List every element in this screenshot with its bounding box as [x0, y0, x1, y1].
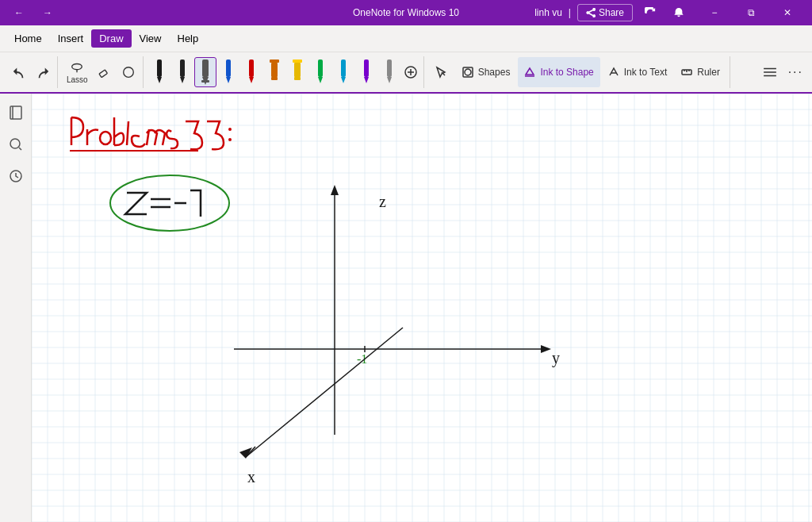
svg-marker-22	[341, 77, 346, 83]
menu-draw[interactable]: Draw	[91, 29, 131, 48]
sync-button[interactable]	[639, 0, 661, 25]
pen-active[interactable]	[194, 57, 216, 87]
ruler-button[interactable]: Ruler	[675, 57, 726, 87]
pen-orange[interactable]	[263, 57, 285, 87]
sidebar-search[interactable]	[3, 132, 29, 157]
pen-green[interactable]	[309, 57, 331, 87]
maximize-button[interactable]: ⧉	[733, 0, 769, 25]
svg-rect-15	[270, 59, 279, 63]
ink-tools-group: Shapes Ink to Shape Ink to Text Ruler	[426, 56, 730, 88]
bell-button[interactable]	[668, 0, 690, 25]
svg-marker-3	[157, 77, 162, 83]
menu-view[interactable]: View	[132, 29, 170, 48]
svg-marker-20	[318, 77, 323, 83]
ink-select-button[interactable]	[429, 57, 454, 87]
svg-rect-31	[10, 106, 21, 119]
menu-home[interactable]: Home	[6, 29, 50, 48]
immersive-button[interactable]	[759, 57, 781, 87]
shapes-button[interactable]: Shapes	[456, 57, 517, 87]
lasso-button[interactable]: Lasso	[63, 57, 92, 87]
pen-purple[interactable]	[355, 57, 377, 87]
note-canvas[interactable]: z y -1 x	[32, 94, 812, 522]
back-button[interactable]: ←	[6, 0, 32, 25]
svg-rect-18	[293, 59, 302, 63]
add-tool-button[interactable]	[117, 57, 140, 87]
svg-rect-14	[271, 77, 278, 80]
pen-gray[interactable]	[378, 57, 400, 87]
sidebar	[0, 94, 32, 522]
svg-marker-26	[387, 77, 392, 83]
app-title: OneNote for Windows 10	[353, 7, 459, 18]
sidebar-history[interactable]	[3, 163, 29, 189]
pen-cyan[interactable]	[332, 57, 354, 87]
svg-marker-5	[180, 77, 185, 83]
svg-rect-2	[157, 59, 162, 77]
menu-bar: Home Insert Draw View Help	[0, 25, 812, 52]
selection-group: Lasso	[59, 56, 144, 88]
pen-yellow[interactable]	[286, 57, 308, 87]
window-controls: − ⧉ ✕	[696, 0, 806, 25]
undo-button[interactable]	[8, 57, 30, 87]
svg-rect-8	[201, 80, 209, 83]
svg-marker-12	[249, 77, 254, 83]
user-name: linh vu	[534, 7, 562, 18]
svg-rect-11	[249, 59, 254, 77]
ink-to-shape-button[interactable]: Ink to Shape	[518, 57, 599, 87]
title-bar: ← → OneNote for Windows 10 linh vu | Sha…	[0, 0, 812, 25]
menu-help[interactable]: Help	[170, 29, 207, 48]
svg-rect-23	[364, 59, 369, 77]
pen-blue[interactable]	[217, 57, 239, 87]
pen-black[interactable]	[148, 57, 170, 87]
grid-background	[32, 94, 812, 522]
ink-to-text-button[interactable]: Ink to Text	[602, 57, 673, 87]
svg-marker-24	[364, 77, 369, 83]
pen-dark[interactable]	[171, 57, 193, 87]
forward-button[interactable]: →	[35, 0, 60, 25]
undo-redo-group	[5, 56, 58, 88]
toolbar: Lasso	[0, 52, 812, 94]
redo-button[interactable]	[32, 57, 54, 87]
svg-point-1	[123, 67, 133, 78]
svg-rect-6	[202, 59, 209, 77]
svg-rect-0	[99, 70, 107, 78]
svg-point-32	[10, 139, 20, 148]
share-button[interactable]: Share	[577, 4, 633, 21]
svg-rect-21	[341, 59, 346, 77]
pens-group	[145, 56, 424, 88]
pen-red[interactable]	[240, 57, 262, 87]
svg-marker-10	[226, 77, 231, 83]
eraser-button[interactable]	[94, 57, 116, 87]
svg-rect-17	[294, 77, 301, 80]
close-button[interactable]: ✕	[769, 0, 806, 25]
sidebar-notebooks[interactable]	[3, 100, 29, 125]
svg-rect-9	[226, 59, 231, 77]
svg-rect-13	[271, 63, 278, 77]
svg-rect-25	[387, 59, 392, 77]
svg-rect-19	[318, 59, 323, 77]
svg-point-29	[465, 69, 471, 75]
svg-rect-16	[294, 63, 301, 77]
add-pen-button[interactable]	[401, 57, 420, 87]
menu-insert[interactable]: Insert	[50, 29, 92, 48]
more-button[interactable]: ···	[784, 57, 807, 87]
minimize-button[interactable]: −	[696, 0, 733, 25]
svg-rect-4	[180, 59, 185, 77]
